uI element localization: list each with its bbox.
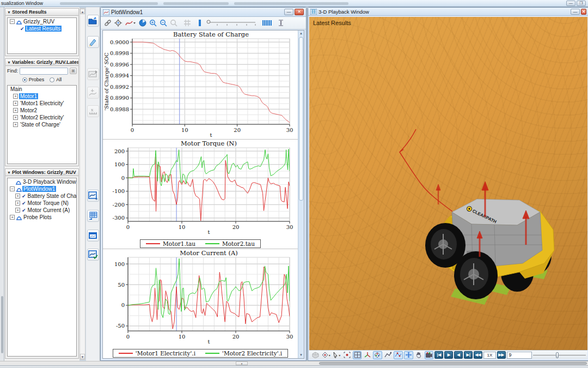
radio-probes[interactable]: Probes xyxy=(22,77,45,82)
camera-view-icon[interactable] xyxy=(321,351,331,359)
plot-close-button[interactable]: ✕ xyxy=(295,9,304,15)
battery-soc-chart[interactable]: 0.90000.89980.89960.89940.89920.89900.89… xyxy=(103,31,298,141)
motor-torque-chart[interactable]: 2001000-100-200-3000102030tMotor Torque … xyxy=(103,140,298,238)
app-minimize-button[interactable]: — xyxy=(566,1,575,6)
axes-icon[interactable] xyxy=(363,351,372,359)
expand-icon[interactable]: + xyxy=(13,108,18,113)
record-movie-icon[interactable] xyxy=(425,351,434,359)
grid-toggle-icon[interactable] xyxy=(183,18,191,28)
link-probe-icon[interactable] xyxy=(104,18,112,28)
skip-end-button[interactable]: ▶| xyxy=(464,351,473,359)
playback-close-button[interactable]: ✕ xyxy=(581,9,586,15)
show-results-button[interactable] xyxy=(87,15,99,27)
scroll-up-icon[interactable]: ▲ xyxy=(298,31,304,37)
scroll-down-icon[interactable]: ▼ xyxy=(298,352,304,358)
plot-window-title-bar[interactable]: PlotWindow1 — ✕ xyxy=(101,8,306,17)
animation-frames-icon[interactable] xyxy=(262,18,272,28)
tree-item-battery-soc[interactable]: +✔Battery State of Charge xyxy=(8,192,76,200)
tree-item-motor-current[interactable]: +✔Motor Current (A) xyxy=(8,207,76,214)
edit-annotations-button[interactable] xyxy=(87,36,99,48)
tree-item-motor2[interactable]: +Motor2 xyxy=(8,107,76,114)
add-curve-button[interactable]: + xyxy=(87,87,99,99)
probe-crosshair-icon[interactable] xyxy=(114,18,122,28)
tree-item-probe-plots[interactable]: + Probe Plots xyxy=(8,214,76,221)
faster-button[interactable]: ▶▶ xyxy=(497,351,506,359)
expand-icon[interactable]: + xyxy=(15,201,20,206)
pan-icon[interactable] xyxy=(139,18,146,28)
expand-icon[interactable]: + xyxy=(10,215,15,220)
find-input[interactable] xyxy=(20,68,68,75)
x-axis-button[interactable]: x xyxy=(87,105,99,117)
cursor-bar-icon[interactable] xyxy=(197,18,203,28)
expand-icon[interactable]: + xyxy=(13,122,18,127)
skip-start-button[interactable]: |◀ xyxy=(434,351,443,359)
radio-all[interactable]: All xyxy=(50,77,62,82)
left-panel-scrollbar[interactable]: ▲ ▼ xyxy=(79,8,85,360)
tree-item-state-of-charge[interactable]: +'State of Charge' xyxy=(8,121,76,128)
scrollbar-thumb[interactable] xyxy=(319,362,587,365)
grid-toggle-icon[interactable] xyxy=(353,351,362,359)
expand-icon[interactable]: + xyxy=(13,115,18,120)
axis-range-icon[interactable] xyxy=(277,18,285,28)
splitter-collapse-button[interactable]: ▾ xyxy=(236,361,248,365)
left-dock-strip[interactable] xyxy=(0,7,4,361)
zoom-out-icon[interactable] xyxy=(160,18,167,28)
collapse-expander-icon[interactable]: − xyxy=(10,186,15,191)
tree-item-latest-results[interactable]: ✔ Latest Results xyxy=(8,25,76,32)
tree-item-3d-playback[interactable]: 3-D Playback Window xyxy=(8,178,76,185)
plot-vertical-scrollbar[interactable]: ▲ ▼ xyxy=(298,31,304,358)
camera-icon[interactable] xyxy=(373,351,382,359)
slider-thumb[interactable] xyxy=(556,352,559,358)
tree-item-plotwindow1[interactable]: − PlotWindow1 xyxy=(8,185,76,192)
battery-soc-chart-cell: 0.90000.89980.89960.89940.89920.89900.89… xyxy=(103,31,298,140)
apply-plot-button[interactable] xyxy=(87,249,99,261)
tree-item-motor2-electricity[interactable]: +'Motor2 Electricity' xyxy=(8,114,76,121)
find-clear-icon[interactable]: ▣ xyxy=(70,68,77,74)
zoom-reset-icon[interactable] xyxy=(170,18,177,28)
frame-input[interactable] xyxy=(507,352,532,359)
plot-windows-header[interactable]: ▼Plot Windows: Grizzly_RUV xyxy=(5,169,78,176)
play-button[interactable]: ▶ xyxy=(444,351,453,359)
expand-icon[interactable]: + xyxy=(13,101,18,106)
tree-item-motor1[interactable]: +Motor1 xyxy=(8,93,76,100)
checkmark-icon: ✔ xyxy=(22,208,26,213)
plot-minimize-button[interactable]: — xyxy=(284,9,293,15)
trace-path-icon[interactable] xyxy=(383,351,393,359)
slower-button[interactable]: ◀◀ xyxy=(474,351,482,359)
time-slider[interactable] xyxy=(205,18,258,28)
stored-results-header[interactable]: ▼Stored Results xyxy=(5,9,78,16)
select-cursor-icon[interactable] xyxy=(332,351,341,359)
expand-icon[interactable]: + xyxy=(15,194,20,198)
playback-minimize-button[interactable]: — xyxy=(571,9,580,15)
scroll-down-icon[interactable]: ▼ xyxy=(80,354,85,359)
export-table-button[interactable] xyxy=(87,210,99,222)
expand-icon[interactable]: + xyxy=(13,94,18,99)
playback-viewport[interactable]: Latest Results xyxy=(309,17,587,351)
speed-display[interactable]: 1X xyxy=(483,352,495,359)
curve-style-icon[interactable] xyxy=(125,18,136,28)
variables-header[interactable]: ▼Variables: Grizzly_RUV.Latest Results xyxy=(5,59,78,66)
time-slider[interactable] xyxy=(533,352,586,359)
save-plot-button[interactable] xyxy=(87,68,99,80)
motor-current-chart[interactable]: 100500-500102030tMotor Current (A) xyxy=(103,249,298,347)
scrollbar-thumb[interactable] xyxy=(299,37,303,201)
scroll-up-icon[interactable]: ▲ xyxy=(80,9,85,14)
zoom-in-icon[interactable] xyxy=(149,18,157,28)
move-cross-icon[interactable] xyxy=(404,351,413,359)
new-plot-window-button[interactable]: + xyxy=(87,190,99,202)
curve-nodes-icon[interactable] xyxy=(394,351,403,359)
plot-banner-button[interactable] xyxy=(87,230,99,242)
play-backward-button[interactable]: ◀ xyxy=(454,351,463,359)
tree-item-motor-torque[interactable]: +✔Motor Torque (N) xyxy=(8,200,76,207)
expand-icon[interactable]: + xyxy=(15,208,20,213)
mdi-horizontal-scrollbar[interactable]: ▾ xyxy=(0,361,588,365)
collapse-expander-icon[interactable]: − xyxy=(10,19,15,24)
model-3d-icon[interactable] xyxy=(311,351,320,359)
tree-item-motor1-electricity[interactable]: +'Motor1 Electricity' xyxy=(8,100,76,107)
tree-item-grizzly-ruv[interactable]: − Grizzly_RUV xyxy=(8,18,76,25)
hand-icon[interactable] xyxy=(414,351,424,359)
zoom-extents-icon[interactable] xyxy=(342,351,352,359)
app-restore-button[interactable]: ❐ xyxy=(577,1,586,6)
playback-title-bar[interactable]: 3-D Playback Window — ✕ xyxy=(308,8,588,16)
tree-item-main[interactable]: Main xyxy=(8,86,76,93)
